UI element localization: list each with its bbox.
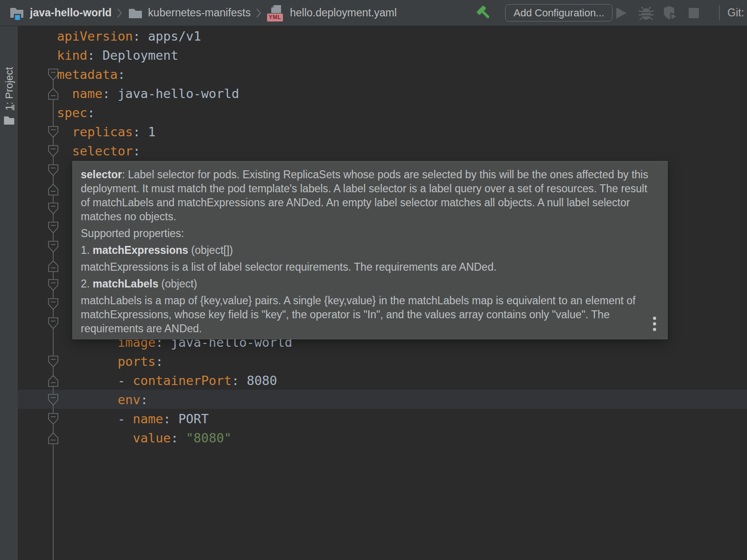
code-token-plain: : xyxy=(171,431,186,445)
fold-region-end-icon[interactable] xyxy=(48,259,59,273)
project-folder-icon xyxy=(3,115,15,126)
code-token-plain: : PORT xyxy=(163,412,209,426)
code-line[interactable]: apiVersion: apps/v1 xyxy=(57,27,201,46)
fold-region-start-icon[interactable] xyxy=(48,317,59,330)
code-line[interactable]: - containerPort: 8080 xyxy=(57,371,277,390)
kebab-menu-icon[interactable] xyxy=(652,316,657,333)
code-token-key: value xyxy=(133,431,171,445)
code-line[interactable]: env: xyxy=(57,390,148,409)
code-token-key: env xyxy=(118,392,141,407)
code-token-plain: : Deployment xyxy=(87,48,178,63)
code-line[interactable]: value: "8080" xyxy=(57,428,232,448)
fold-region-start-icon[interactable] xyxy=(48,298,59,311)
run-icon[interactable] xyxy=(613,5,629,21)
code-token-plain: : xyxy=(141,392,148,407)
code-token-plain xyxy=(57,431,133,445)
tooltip-property-description: matchExpressions is a list of label sele… xyxy=(81,260,657,274)
fold-region-end-icon[interactable] xyxy=(48,183,59,196)
tooltip-property-description: matchLabels is a map of {key,value} pair… xyxy=(81,294,657,336)
main-toolbar: java-hello-world kubernetes-manifests xyxy=(0,0,747,26)
project-tool-window-button[interactable]: 1: Project xyxy=(0,59,18,126)
yaml-file-icon: YML xyxy=(267,4,285,22)
code-token-key: apiVersion xyxy=(57,29,133,43)
code-token-plain: : xyxy=(133,144,141,158)
stop-icon[interactable] xyxy=(685,5,702,21)
code-token-plain: : java-hello-world xyxy=(103,86,240,101)
breadcrumb-file[interactable]: YML hello.deployment.yaml xyxy=(267,4,397,22)
property-type: (object) xyxy=(158,278,197,290)
code-token-string: "8080" xyxy=(186,431,232,445)
code-token-plain: : xyxy=(155,354,163,369)
tool-window-stripe: 1: Project xyxy=(0,26,18,560)
git-widget[interactable]: Git: xyxy=(727,0,744,26)
breadcrumb-folder[interactable]: kubernetes-manifests xyxy=(127,6,251,20)
code-line[interactable]: replicas: 1 xyxy=(57,122,155,141)
tooltip-property-title: 1. matchExpressions (object[]) xyxy=(81,243,657,257)
tooltip-property-title: 2. matchLabels (object) xyxy=(81,277,657,291)
breadcrumb-folder-label: kubernetes-manifests xyxy=(148,7,251,19)
code-token-plain: : 8080 xyxy=(232,373,277,388)
code-token-key: kind xyxy=(57,48,87,63)
property-index: 2. xyxy=(81,278,93,290)
fold-region-start-icon[interactable] xyxy=(48,202,59,215)
breadcrumb: java-hello-world kubernetes-manifests xyxy=(8,0,397,26)
project-tool-window-label: 1: Project xyxy=(3,67,15,111)
code-line[interactable]: kind: Deployment xyxy=(57,46,178,65)
add-configuration-button[interactable]: Add Configuration... xyxy=(505,4,613,21)
code-token-plain: : xyxy=(87,105,95,120)
property-type: (object[]) xyxy=(188,244,233,256)
code-token-plain xyxy=(57,392,118,407)
code-line[interactable]: ports: xyxy=(57,352,163,371)
fold-region-start-icon[interactable] xyxy=(48,221,59,234)
code-line[interactable]: - name: PORT xyxy=(57,409,209,428)
code-token-key: ports xyxy=(118,354,155,369)
code-line[interactable]: metadata: xyxy=(57,65,125,84)
breadcrumb-file-label: hello.deployment.yaml xyxy=(290,7,397,19)
code-token-plain: : 1 xyxy=(133,125,156,139)
code-token-key: selector xyxy=(72,144,133,158)
documentation-tooltip: selector: Label selector for pods. Exist… xyxy=(72,161,668,339)
yml-badge: YML xyxy=(267,14,283,21)
property-index: 1. xyxy=(81,244,93,256)
add-configuration-label: Add Configuration... xyxy=(514,7,604,19)
toolbar-separator xyxy=(719,5,720,21)
code-line[interactable]: spec: xyxy=(57,103,95,122)
code-token-plain: : xyxy=(118,67,125,82)
tooltip-term: selector xyxy=(81,168,122,181)
git-label: Git: xyxy=(727,7,744,19)
breadcrumb-project[interactable]: java-hello-world xyxy=(8,5,112,21)
run-with-coverage-icon[interactable] xyxy=(662,5,679,21)
code-token-plain: : apps/v1 xyxy=(133,29,201,43)
code-token-key: name xyxy=(72,86,103,101)
code-token-plain: - xyxy=(57,412,133,426)
tooltip-intro: selector: Label selector for pods. Exist… xyxy=(81,168,657,224)
folder-icon xyxy=(127,6,143,20)
code-token-key: containerPort xyxy=(133,373,232,388)
chevron-right-icon xyxy=(255,7,262,19)
code-token-plain xyxy=(57,86,72,101)
code-token-plain xyxy=(57,125,72,139)
tooltip-supported-heading: Supported properties: xyxy=(81,226,657,240)
code-token-key: replicas xyxy=(72,125,133,139)
fold-region-start-icon[interactable] xyxy=(48,279,59,292)
debug-bug-icon[interactable] xyxy=(638,5,655,21)
code-token-key: name xyxy=(133,412,163,426)
property-name: matchLabels xyxy=(93,278,159,290)
breadcrumb-project-label: java-hello-world xyxy=(30,7,112,19)
code-line[interactable]: name: java-hello-world xyxy=(57,84,239,103)
code-token-key: spec xyxy=(57,105,87,120)
property-name: matchExpressions xyxy=(93,244,189,256)
code-token-plain xyxy=(57,144,72,158)
fold-region-start-icon[interactable] xyxy=(48,164,59,177)
fold-region-start-icon[interactable] xyxy=(48,240,59,253)
code-token-key: metadata xyxy=(57,67,118,82)
project-folder-icon xyxy=(8,5,25,21)
code-token-plain xyxy=(57,354,118,369)
chevron-right-icon xyxy=(116,7,123,19)
build-hammer-icon[interactable] xyxy=(476,5,493,21)
tooltip-term-description: : Label selector for pods. Existing Repl… xyxy=(81,168,648,223)
code-token-plain: - xyxy=(57,373,133,388)
code-line[interactable]: selector: xyxy=(57,141,141,161)
